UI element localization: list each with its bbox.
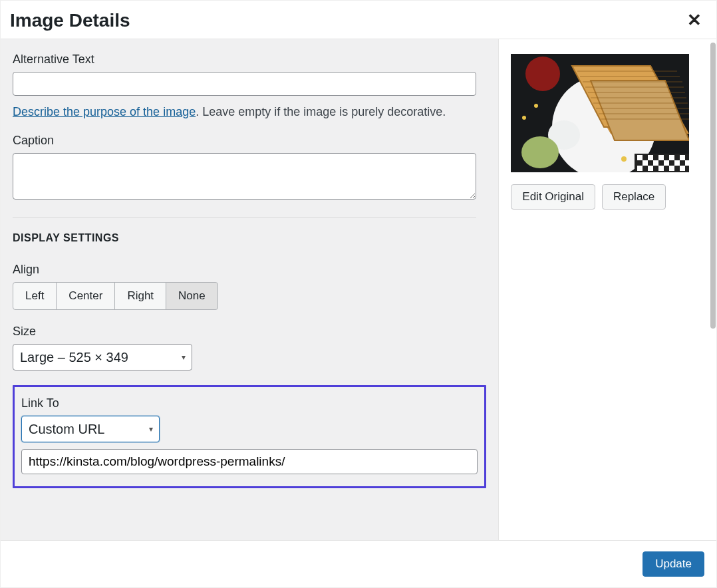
link-to-highlight-box: Link To Custom URL ▾	[13, 385, 486, 488]
describe-image-link[interactable]: Describe the purpose of the image	[13, 105, 196, 118]
svg-rect-31	[658, 166, 664, 171]
align-right-button[interactable]: Right	[114, 282, 166, 310]
svg-rect-28	[685, 160, 689, 166]
align-button-group: Left Center Right None	[13, 282, 218, 310]
alt-text-group: Alternative Text Describe the purpose of…	[13, 53, 486, 119]
dialog-header: Image Details ✕	[1, 1, 716, 39]
svg-rect-27	[674, 160, 680, 166]
display-settings-heading: DISPLAY SETTINGS	[13, 232, 486, 244]
svg-rect-20	[648, 155, 653, 160]
edit-original-button[interactable]: Edit Original	[511, 184, 595, 210]
align-none-button[interactable]: None	[166, 282, 218, 310]
link-to-label: Link To	[21, 396, 478, 410]
caption-group: Caption	[13, 134, 486, 202]
align-group: Align Left Center Right None	[13, 263, 486, 310]
svg-point-36	[522, 116, 526, 120]
divider	[13, 217, 476, 218]
align-center-button[interactable]: Center	[56, 282, 115, 310]
caption-input[interactable]	[13, 153, 476, 200]
svg-point-35	[534, 104, 538, 108]
alt-text-input[interactable]	[13, 72, 476, 96]
svg-rect-30	[648, 166, 653, 171]
close-button[interactable]: ✕	[682, 7, 707, 33]
svg-rect-32	[669, 166, 674, 171]
alt-text-hint-suffix: . Leave empty if the image is purely dec…	[196, 105, 446, 118]
size-select-wrap: Large – 525 × 349 ▾	[13, 344, 192, 370]
align-label: Align	[13, 263, 486, 277]
link-to-select-wrap: Custom URL ▾	[21, 416, 160, 442]
svg-rect-24	[643, 160, 648, 166]
settings-panel: Alternative Text Describe the purpose of…	[1, 39, 498, 540]
caption-label: Caption	[13, 134, 486, 148]
close-icon: ✕	[687, 10, 702, 30]
dialog-body: Alternative Text Describe the purpose of…	[1, 39, 716, 540]
svg-rect-26	[664, 160, 669, 166]
svg-point-17	[521, 136, 559, 168]
scrollbar-thumb[interactable]	[710, 43, 716, 329]
dialog-footer: Update	[1, 540, 716, 587]
image-details-dialog: Image Details ✕ Alternative Text Describ…	[0, 0, 717, 588]
svg-rect-19	[637, 155, 643, 160]
svg-point-15	[525, 57, 560, 91]
size-select[interactable]: Large – 525 × 349	[13, 344, 192, 370]
svg-rect-25	[653, 160, 658, 166]
update-button[interactable]: Update	[643, 551, 704, 577]
link-url-input[interactable]	[21, 449, 478, 474]
svg-rect-23	[680, 155, 685, 160]
align-left-button[interactable]: Left	[13, 282, 57, 310]
size-label: Size	[13, 325, 486, 339]
svg-rect-21	[658, 155, 664, 160]
preview-button-row: Edit Original Replace	[511, 184, 704, 210]
size-group: Size Large – 525 × 349 ▾	[13, 325, 486, 370]
svg-point-34	[621, 156, 627, 162]
alt-text-label: Alternative Text	[13, 53, 486, 67]
replace-button[interactable]: Replace	[602, 184, 666, 210]
svg-rect-29	[637, 166, 643, 171]
link-to-select[interactable]: Custom URL	[21, 416, 160, 442]
image-thumbnail	[511, 54, 689, 172]
preview-panel: Edit Original Replace	[498, 39, 716, 540]
alt-text-hint: Describe the purpose of the image. Leave…	[13, 105, 486, 119]
dialog-title: Image Details	[10, 10, 130, 31]
svg-rect-33	[680, 166, 685, 171]
scrollbar[interactable]	[710, 43, 716, 534]
svg-rect-22	[669, 155, 674, 160]
